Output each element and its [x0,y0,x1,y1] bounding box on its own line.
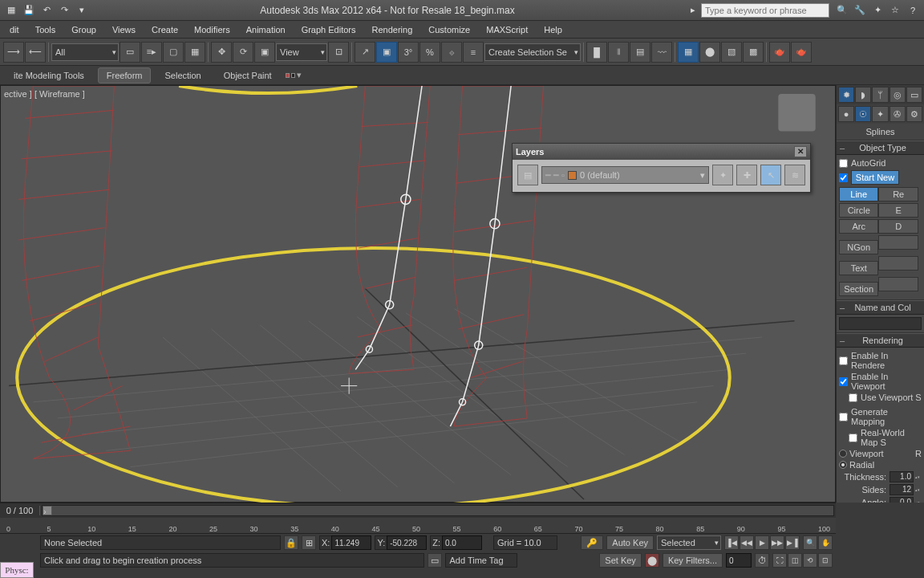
time-slider[interactable]: 0 / 100 › [0,503,836,518]
time-slider-handle[interactable]: › [43,506,52,515]
next-frame-icon[interactable]: ▶▶ [770,535,784,550]
x-coord-input[interactable]: 11.249 [331,535,371,550]
text-button[interactable]: Text [839,261,878,275]
select-layer-objs-icon[interactable]: ↖ [760,165,781,185]
favorite-icon[interactable]: ☆ [887,2,903,18]
donut-button[interactable]: D [878,219,918,234]
named-selection-dropdown[interactable]: Create Selection Se [484,43,581,61]
render-setup-icon[interactable]: ▧ [721,42,742,63]
menu-grapheditors[interactable]: Graph Editors [294,22,364,37]
rectangle-button[interactable]: Re [878,187,918,201]
keyfilter-dropdown[interactable]: Selected [657,535,721,550]
infocenter-arrow-icon[interactable]: ▸ [685,2,701,18]
snap-toggle-icon[interactable]: ▣ [376,42,397,63]
sides-spinner[interactable]: 12 [890,484,914,495]
layers-manager-icon[interactable]: ▤ [517,165,538,185]
exchange-icon[interactable]: ✦ [869,2,886,18]
setkey-button[interactable]: Set Key [599,553,642,568]
ribbon-tab-objectpaint[interactable]: Object Paint [215,67,281,83]
autogrid-checkbox[interactable] [839,159,848,168]
hierarchy-tab-icon[interactable]: ᛘ [872,87,888,103]
render-iterative-icon[interactable]: 🫖 [791,42,812,63]
selection-filter-dropdown[interactable]: All [51,43,119,61]
y-coord-input[interactable]: -50.228 [387,535,427,550]
angle-snap-icon[interactable]: 3° [398,42,419,63]
z-coord-input[interactable]: 0.0 [442,535,482,550]
select-object-icon[interactable]: ▭ [120,42,140,63]
enable-viewport-checkbox[interactable] [839,377,848,386]
link-icon[interactable]: ⟶ [3,42,24,63]
nav-pan-icon[interactable]: ✋ [818,535,833,550]
ribbon-tab-selection[interactable]: Selection [156,67,209,83]
ref-coord-dropdown[interactable]: View [276,43,327,61]
nav-fov-icon[interactable]: ◫ [788,553,802,568]
paint-colors[interactable]: ▾ [286,69,302,82]
rollout-name[interactable]: –Name and Col [837,300,924,315]
ngon-button[interactable]: NGon [839,240,878,254]
rollout-objecttype[interactable]: –Object Type [837,140,924,155]
add-time-tag[interactable]: Add Time Tag [445,553,517,568]
undo-icon[interactable]: ↶ [38,2,55,18]
circle-button[interactable]: Circle [839,203,878,218]
current-frame-input[interactable]: 0 [726,553,752,568]
menu-help[interactable]: Help [536,22,570,37]
key-icon[interactable]: 🔧 [852,2,868,18]
enable-renderer-checkbox[interactable] [839,356,848,365]
helpers-sub-icon[interactable]: ⚙ [906,106,922,122]
menu-modifiers[interactable]: Modifiers [186,22,238,37]
goto-start-icon[interactable]: ▐◀ [724,535,739,550]
menu-edit[interactable]: dit [2,22,27,37]
ellipse-button[interactable]: E [878,203,918,218]
lock-selection-icon[interactable]: 🔒 [284,535,298,550]
select-region-icon[interactable]: ▢ [163,42,184,63]
select-name-icon[interactable]: ≡▸ [141,42,162,63]
mirror-icon[interactable]: ▐▌ [586,42,607,63]
lights-sub-icon[interactable]: ✦ [872,106,888,122]
nav-orbit-icon[interactable]: ⟲ [803,553,817,568]
menu-maxscript[interactable]: MAXScript [478,22,536,37]
current-layer-dropdown[interactable]: ━ ━ ▫ 0 (default) ▾ [541,166,709,184]
create-tab-icon[interactable]: ✹ [838,87,854,103]
close-icon[interactable]: ✕ [794,146,807,157]
qat-more-icon[interactable]: ▾ [74,2,90,18]
menu-rendering[interactable]: Rendering [364,22,421,37]
time-config-icon[interactable]: ⏱ [755,553,769,568]
radial-radio[interactable] [839,461,847,469]
unlink-icon[interactable]: ⟵ [25,42,46,63]
display-tab-icon[interactable]: ▭ [906,87,922,103]
spinner-snap-icon[interactable]: ⟐ [441,42,462,63]
pivot-icon[interactable]: ⊡ [328,42,349,63]
realworld-checkbox[interactable] [849,434,857,442]
key-filters-button[interactable]: Key Filters... [663,553,723,568]
material-editor-icon[interactable]: ⬤ [699,42,720,63]
curve-editor-icon[interactable]: 〰 [651,42,672,63]
motion-tab-icon[interactable]: ◎ [890,87,906,103]
angle-spinner[interactable]: 0.0 [890,497,914,503]
keymode-icon[interactable]: 🔑 [581,535,603,550]
scale-icon[interactable]: ▣ [254,42,275,63]
menu-animation[interactable]: Animation [238,22,294,37]
binoculars-icon[interactable]: 🔍 [834,2,850,18]
nav-zoom-ext-icon[interactable]: ⛶ [772,553,787,568]
add-to-layer-icon[interactable]: ✚ [736,165,757,185]
edit-named-sel-icon[interactable]: ≡ [463,42,484,63]
nav-zoom-icon[interactable]: 🔍 [803,535,817,550]
startnew-checkbox[interactable] [839,173,848,182]
arc-button[interactable]: Arc [839,219,878,234]
startnew-button[interactable]: Start New [851,170,899,185]
use-viewport-checkbox[interactable] [849,393,857,402]
goto-end-icon[interactable]: ▶▐ [785,535,800,550]
ribbon-tab-freeform[interactable]: Freeform [98,67,152,83]
modify-tab-icon[interactable]: ◗ [855,87,871,103]
new-layer-icon[interactable]: ✦ [712,165,733,185]
rotate-icon[interactable]: ⟳ [233,42,253,63]
thickness-spinner[interactable]: 1.0 [890,471,914,482]
window-crossing-icon[interactable]: ▦ [184,42,205,63]
abs-rel-icon[interactable]: ⊞ [302,535,316,550]
prev-frame-icon[interactable]: ◀◀ [740,535,754,550]
menu-customize[interactable]: Customize [420,22,478,37]
app-menu-icon[interactable]: ▦ [3,2,19,18]
menu-tools[interactable]: Tools [27,22,64,37]
render-frame-icon[interactable]: ▩ [743,42,764,63]
shapes-sub-icon[interactable]: ☉ [855,106,871,122]
